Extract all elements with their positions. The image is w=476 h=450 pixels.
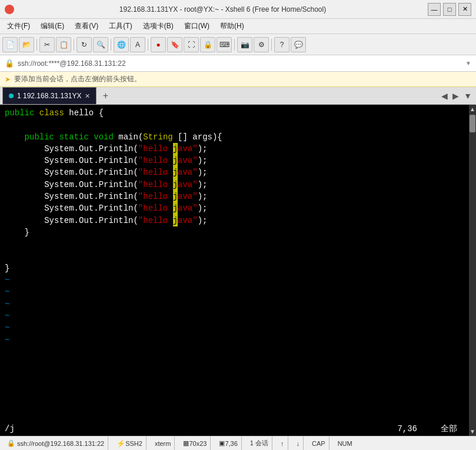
status-cursor: ▣ 7,36 xyxy=(215,436,241,450)
status-num: NUM xyxy=(334,436,356,450)
close-button[interactable]: ✕ xyxy=(458,3,471,16)
code-line-6: System.Out.Println("hello java"); xyxy=(5,166,464,178)
scrollbar-vertical[interactable]: ▲ ▼ xyxy=(469,105,476,436)
tab-next-btn[interactable]: ▶ xyxy=(451,91,461,101)
toolbar-new-btn[interactable]: 📄 xyxy=(2,37,18,52)
info-arrow-icon: ➤ xyxy=(5,75,11,84)
tilde-4: ~ xyxy=(5,310,464,322)
minimize-button[interactable]: — xyxy=(428,3,441,16)
terminal-wrapper: public class hello { public static void … xyxy=(0,105,476,436)
title-bar: 192.168.31.131YX - root@YX:~ - Xshell 6 … xyxy=(0,0,476,19)
address-text[interactable]: ssh://root:****@192.168.31.131:22 xyxy=(18,59,462,68)
info-bar: ➤ 要添加当前会话，点击左侧的箭头按钮。 xyxy=(0,72,476,87)
code-line-12 xyxy=(5,238,464,250)
scroll-thumb[interactable] xyxy=(470,115,475,132)
toolbar-lock-btn[interactable]: 🔒 xyxy=(200,37,215,52)
toolbar-sep6 xyxy=(271,39,272,51)
menu-window[interactable]: 窗口(W) xyxy=(179,20,214,32)
tilde-6: ~ xyxy=(5,334,464,346)
search-indicator: /j xyxy=(5,423,15,435)
status-ssh: 🔒 ssh://root@192.168.31.131:22 xyxy=(4,436,108,450)
tab-menu-btn[interactable]: ▼ xyxy=(462,91,474,101)
toolbar-sep5 xyxy=(234,39,235,51)
toolbar-bookmark-btn[interactable]: 🔖 xyxy=(167,37,182,52)
code-line-10: System.Out.Println("hello java"); xyxy=(5,215,464,226)
view-label: 全部 xyxy=(441,423,457,435)
code-line-4: System.Out.Println("hello java"); xyxy=(5,143,464,155)
toolbar-red-btn[interactable]: ● xyxy=(151,37,166,52)
menu-bar: 文件(F) 编辑(E) 查看(V) 工具(T) 选项卡(B) 窗口(W) 帮助(… xyxy=(0,19,476,34)
lock-icon: 🔒 xyxy=(5,59,14,68)
maximize-button[interactable]: □ xyxy=(443,3,456,16)
code-line-11: } xyxy=(5,226,464,238)
menu-help[interactable]: 帮助(H) xyxy=(215,20,249,32)
address-dropdown-btn[interactable]: ▼ xyxy=(465,60,471,66)
tab-add-btn[interactable]: + xyxy=(98,87,113,104)
menu-edit[interactable]: 编辑(E) xyxy=(36,20,69,32)
cursor-position: 7,36 xyxy=(397,423,417,435)
code-line-3: public static void main(String [] args){ xyxy=(5,131,464,143)
toolbar-expand-btn[interactable]: ⛶ xyxy=(184,37,199,52)
status-ssh-text: ssh://root@192.168.31.131:22 xyxy=(17,440,104,447)
tilde-3: ~ xyxy=(5,298,464,310)
scroll-up-icon: ↑ xyxy=(281,440,284,447)
tab-bar: 1 192.168.31.131YX ✕ + ◀ ▶ ▼ xyxy=(0,87,476,105)
tab-label: 1 192.168.31.131YX xyxy=(17,92,81,100)
status-cap: CAP xyxy=(308,436,329,450)
tilde-5: ~ xyxy=(5,322,464,334)
window-title: 192.168.31.131YX - root@YX:~ - Xshell 6 … xyxy=(18,5,428,14)
menu-file[interactable]: 文件(F) xyxy=(2,20,35,32)
status-cursor-text: 7,36 xyxy=(225,440,237,447)
toolbar-search-btn[interactable]: 🔍 xyxy=(93,37,108,52)
status-size-icon: ▦ xyxy=(183,439,189,447)
toolbar-comment-btn[interactable]: 💬 xyxy=(291,37,306,52)
status-scroll-up[interactable]: ↑ xyxy=(277,436,288,450)
scroll-down-icon: ↓ xyxy=(297,440,300,447)
tab-close-btn[interactable]: ✕ xyxy=(85,92,90,100)
tab-prev-btn[interactable]: ◀ xyxy=(440,91,450,101)
menu-tabs[interactable]: 选项卡(B) xyxy=(138,20,178,32)
toolbar-globe-btn[interactable]: 🌐 xyxy=(114,37,129,52)
num-label: NUM xyxy=(338,440,352,447)
code-line-5: System.Out.Println("hello java"); xyxy=(5,155,464,166)
toolbar-sep2 xyxy=(74,39,74,51)
menu-tools[interactable]: 工具(T) xyxy=(104,20,137,32)
scroll-up-btn[interactable]: ▲ xyxy=(470,105,475,114)
toolbar-font-btn[interactable]: A xyxy=(130,37,145,52)
status-term-text: xterm xyxy=(155,440,171,447)
terminal[interactable]: public class hello { public static void … xyxy=(0,105,469,436)
terminal-tab[interactable]: 1 192.168.31.131YX ✕ xyxy=(2,87,96,104)
status-term: xterm xyxy=(151,436,175,450)
code-line-2 xyxy=(5,119,464,131)
status-size: ▦ 70x23 xyxy=(179,436,211,450)
toolbar: 📄 📂 ✂ 📋 ↻ 🔍 🌐 A ● 🔖 ⛶ 🔒 ⌨ 📷 ⚙ ? 💬 xyxy=(0,34,476,55)
code-line-7: System.Out.Println("hello java"); xyxy=(5,179,464,191)
status-scroll-down[interactable]: ↓ xyxy=(293,436,304,450)
scroll-down-btn[interactable]: ▼ xyxy=(470,427,475,436)
toolbar-refresh-btn[interactable]: ↻ xyxy=(76,37,92,52)
status-lock-icon: 🔒 xyxy=(7,439,15,447)
menu-view[interactable]: 查看(V) xyxy=(70,20,103,32)
code-line-9: System.Out.Println("hello java"); xyxy=(5,202,464,214)
toolbar-keyboard-btn[interactable]: ⌨ xyxy=(217,37,232,52)
code-line-1: public class hello { xyxy=(5,107,464,119)
toolbar-open-btn[interactable]: 📂 xyxy=(19,37,34,52)
toolbar-camera-btn[interactable]: 📷 xyxy=(237,37,252,52)
app-icon xyxy=(5,5,14,14)
tilde-1: ~ xyxy=(5,274,464,286)
window-controls: — □ ✕ xyxy=(428,3,471,16)
toolbar-sep1 xyxy=(36,39,37,51)
code-line-14: } xyxy=(5,262,464,274)
tilde-2: ~ xyxy=(5,286,464,298)
tab-dot-icon xyxy=(9,94,14,98)
toolbar-cut-btn[interactable]: ✂ xyxy=(39,37,55,52)
toolbar-extra-btn[interactable]: ⚙ xyxy=(254,37,269,52)
status-sessions-text: 1 会话 xyxy=(250,439,268,448)
status-ssh2-icon: ⚡ xyxy=(116,439,125,448)
toolbar-copy-btn[interactable]: 📋 xyxy=(56,37,71,52)
status-size-text: 70x23 xyxy=(189,440,207,447)
status-protocol-text: SSH2 xyxy=(125,440,142,447)
code-line-8: System.Out.Println("hello java"); xyxy=(5,191,464,202)
toolbar-help-btn[interactable]: ? xyxy=(274,37,289,52)
status-sessions: 1 会话 xyxy=(247,436,272,450)
